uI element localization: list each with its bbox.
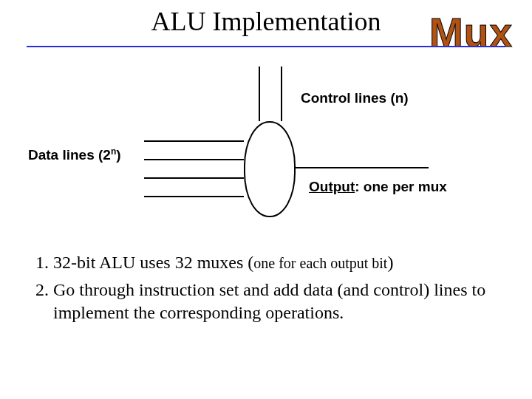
output-word: Output	[309, 179, 355, 194]
output-label: Output: one per mux	[309, 179, 447, 195]
output-line	[296, 167, 429, 168]
title-divider	[27, 46, 505, 47]
list-item-2: Go through instruction set and add data …	[53, 279, 501, 324]
control-line-1	[259, 66, 260, 121]
output-rest: : one per mux	[355, 179, 447, 194]
data-lines-label-prefix: Data lines (2	[28, 147, 111, 163]
list-item-1a: 32-bit ALU uses 32 muxes (	[53, 253, 253, 272]
mux-diagram: Control lines (n) Data lines (2n) Output…	[0, 52, 532, 229]
data-line-2	[144, 159, 244, 160]
notes-list: 32-bit ALU uses 32 muxes (one for each o…	[28, 251, 501, 330]
control-lines-label: Control lines (n)	[301, 90, 409, 106]
list-item-1-small: one for each output bit	[253, 255, 387, 271]
data-line-4	[144, 196, 244, 197]
slide-title: ALU Implementation	[151, 6, 381, 37]
data-line-1	[144, 140, 244, 142]
list-item-1: 32-bit ALU uses 32 muxes (one for each o…	[53, 251, 501, 274]
data-line-3	[144, 177, 244, 179]
mux-wordart: Mux	[429, 9, 513, 56]
data-lines-label: Data lines (2n)	[28, 146, 121, 163]
mux-shape	[244, 121, 296, 217]
data-lines-label-suffix: )	[116, 147, 120, 163]
list-item-1b: )	[387, 253, 393, 272]
control-line-2	[281, 66, 282, 121]
